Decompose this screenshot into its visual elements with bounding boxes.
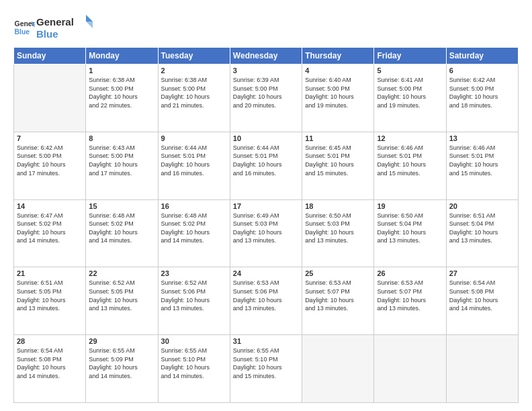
cell-info: Sunrise: 6:52 AMSunset: 5:06 PMDaylight:… <box>161 279 227 312</box>
cell-info: Sunrise: 6:50 AMSunset: 5:04 PMDaylight:… <box>377 212 443 245</box>
calendar-cell: 1Sunrise: 6:38 AMSunset: 5:00 PMDaylight… <box>86 64 158 132</box>
svg-text:General: General <box>36 16 74 28</box>
calendar-cell: 13Sunrise: 6:46 AMSunset: 5:01 PMDayligh… <box>446 132 518 199</box>
cell-info: Sunrise: 6:46 AMSunset: 5:01 PMDaylight:… <box>449 144 515 177</box>
cell-info: Sunrise: 6:48 AMSunset: 5:02 PMDaylight:… <box>161 212 227 245</box>
svg-marker-7 <box>86 21 93 28</box>
calendar-cell: 25Sunrise: 6:53 AMSunset: 5:07 PMDayligh… <box>302 267 374 335</box>
calendar-cell <box>302 335 374 403</box>
calendar-header-row: SundayMondayTuesdayWednesdayThursdayFrid… <box>14 48 519 64</box>
day-number: 23 <box>161 269 227 277</box>
calendar-cell: 24Sunrise: 6:53 AMSunset: 5:06 PMDayligh… <box>230 267 302 335</box>
cell-info: Sunrise: 6:52 AMSunset: 5:05 PMDaylight:… <box>89 279 154 312</box>
header: General Blue General Blue <box>13 11 519 42</box>
calendar-cell: 7Sunrise: 6:42 AMSunset: 5:00 PMDaylight… <box>14 132 86 199</box>
cell-info: Sunrise: 6:40 AMSunset: 5:00 PMDaylight:… <box>305 76 371 109</box>
calendar-cell: 30Sunrise: 6:55 AMSunset: 5:10 PMDayligh… <box>158 335 230 403</box>
day-number: 10 <box>233 134 299 142</box>
calendar-table: SundayMondayTuesdayWednesdayThursdayFrid… <box>13 47 519 403</box>
svg-marker-6 <box>86 15 93 21</box>
day-number: 19 <box>377 202 443 210</box>
logo-full: General Blue <box>36 13 97 42</box>
day-number: 24 <box>233 269 299 277</box>
day-number: 29 <box>89 337 154 345</box>
calendar-cell <box>14 64 86 132</box>
calendar-cell: 26Sunrise: 6:53 AMSunset: 5:07 PMDayligh… <box>374 267 446 335</box>
calendar-cell: 23Sunrise: 6:52 AMSunset: 5:06 PMDayligh… <box>158 267 230 335</box>
calendar-week-row: 1Sunrise: 6:38 AMSunset: 5:00 PMDaylight… <box>14 64 519 132</box>
cell-info: Sunrise: 6:50 AMSunset: 5:03 PMDaylight:… <box>305 212 371 245</box>
calendar-cell: 4Sunrise: 6:40 AMSunset: 5:00 PMDaylight… <box>302 64 374 132</box>
cell-info: Sunrise: 6:53 AMSunset: 5:07 PMDaylight:… <box>377 279 443 312</box>
calendar-cell: 11Sunrise: 6:45 AMSunset: 5:01 PMDayligh… <box>302 132 374 199</box>
calendar-cell: 10Sunrise: 6:44 AMSunset: 5:01 PMDayligh… <box>230 132 302 199</box>
cell-info: Sunrise: 6:44 AMSunset: 5:01 PMDaylight:… <box>233 144 299 177</box>
calendar-cell: 29Sunrise: 6:55 AMSunset: 5:09 PMDayligh… <box>86 335 158 403</box>
calendar-day-header: Monday <box>86 48 158 64</box>
cell-info: Sunrise: 6:48 AMSunset: 5:02 PMDaylight:… <box>89 212 154 245</box>
day-number: 7 <box>17 134 83 142</box>
cell-info: Sunrise: 6:51 AMSunset: 5:05 PMDaylight:… <box>17 279 83 312</box>
cell-info: Sunrise: 6:54 AMSunset: 5:08 PMDaylight:… <box>449 279 515 312</box>
cell-info: Sunrise: 6:49 AMSunset: 5:03 PMDaylight:… <box>233 212 299 245</box>
cell-info: Sunrise: 6:55 AMSunset: 5:10 PMDaylight:… <box>233 347 299 380</box>
svg-text:Blue: Blue <box>15 28 30 36</box>
cell-info: Sunrise: 6:46 AMSunset: 5:01 PMDaylight:… <box>377 144 443 177</box>
svg-text:Blue: Blue <box>36 28 58 40</box>
calendar-cell <box>446 335 518 403</box>
cell-info: Sunrise: 6:41 AMSunset: 5:00 PMDaylight:… <box>377 76 443 109</box>
calendar-week-row: 7Sunrise: 6:42 AMSunset: 5:00 PMDaylight… <box>14 132 519 199</box>
calendar-cell: 28Sunrise: 6:54 AMSunset: 5:08 PMDayligh… <box>14 335 86 403</box>
logo: General Blue General Blue <box>13 13 97 42</box>
cell-info: Sunrise: 6:39 AMSunset: 5:00 PMDaylight:… <box>233 76 299 109</box>
calendar-cell: 19Sunrise: 6:50 AMSunset: 5:04 PMDayligh… <box>374 199 446 267</box>
calendar-day-header: Wednesday <box>230 48 302 64</box>
day-number: 17 <box>233 202 299 210</box>
calendar-week-row: 21Sunrise: 6:51 AMSunset: 5:05 PMDayligh… <box>14 267 519 335</box>
cell-info: Sunrise: 6:44 AMSunset: 5:01 PMDaylight:… <box>161 144 227 177</box>
calendar-cell: 9Sunrise: 6:44 AMSunset: 5:01 PMDaylight… <box>158 132 230 199</box>
calendar-cell: 2Sunrise: 6:38 AMSunset: 5:00 PMDaylight… <box>158 64 230 132</box>
calendar-day-header: Friday <box>374 48 446 64</box>
day-number: 6 <box>449 66 515 75</box>
calendar-day-header: Thursday <box>302 48 374 64</box>
day-number: 12 <box>377 134 443 142</box>
day-number: 20 <box>449 202 515 210</box>
calendar-cell: 31Sunrise: 6:55 AMSunset: 5:10 PMDayligh… <box>230 335 302 403</box>
calendar-cell: 18Sunrise: 6:50 AMSunset: 5:03 PMDayligh… <box>302 199 374 267</box>
cell-info: Sunrise: 6:54 AMSunset: 5:08 PMDaylight:… <box>17 347 83 380</box>
day-number: 11 <box>305 134 371 142</box>
calendar-cell: 12Sunrise: 6:46 AMSunset: 5:01 PMDayligh… <box>374 132 446 199</box>
day-number: 3 <box>233 66 299 75</box>
day-number: 4 <box>305 66 371 75</box>
calendar-cell: 20Sunrise: 6:51 AMSunset: 5:04 PMDayligh… <box>446 199 518 267</box>
calendar-day-header: Sunday <box>14 48 86 64</box>
day-number: 27 <box>449 269 515 277</box>
cell-info: Sunrise: 6:47 AMSunset: 5:02 PMDaylight:… <box>17 212 83 245</box>
cell-info: Sunrise: 6:38 AMSunset: 5:00 PMDaylight:… <box>161 76 227 109</box>
cell-info: Sunrise: 6:53 AMSunset: 5:06 PMDaylight:… <box>233 279 299 312</box>
page: General Blue General Blue SundayM <box>0 0 532 411</box>
calendar-cell: 27Sunrise: 6:54 AMSunset: 5:08 PMDayligh… <box>446 267 518 335</box>
day-number: 26 <box>377 269 443 277</box>
day-number: 1 <box>89 66 154 75</box>
calendar-cell: 15Sunrise: 6:48 AMSunset: 5:02 PMDayligh… <box>86 199 158 267</box>
cell-info: Sunrise: 6:42 AMSunset: 5:00 PMDaylight:… <box>17 144 83 177</box>
cell-info: Sunrise: 6:51 AMSunset: 5:04 PMDaylight:… <box>449 212 515 245</box>
day-number: 16 <box>161 202 227 210</box>
day-number: 18 <box>305 202 371 210</box>
day-number: 25 <box>305 269 371 277</box>
day-number: 2 <box>161 66 227 75</box>
logo-icon: General Blue <box>13 17 35 38</box>
day-number: 15 <box>89 202 154 210</box>
calendar-cell: 5Sunrise: 6:41 AMSunset: 5:00 PMDaylight… <box>374 64 446 132</box>
day-number: 13 <box>449 134 515 142</box>
cell-info: Sunrise: 6:45 AMSunset: 5:01 PMDaylight:… <box>305 144 371 177</box>
day-number: 30 <box>161 337 227 345</box>
calendar-day-header: Saturday <box>446 48 518 64</box>
calendar-cell: 3Sunrise: 6:39 AMSunset: 5:00 PMDaylight… <box>230 64 302 132</box>
day-number: 14 <box>17 202 83 210</box>
cell-info: Sunrise: 6:55 AMSunset: 5:10 PMDaylight:… <box>161 347 227 380</box>
calendar-cell: 8Sunrise: 6:43 AMSunset: 5:00 PMDaylight… <box>86 132 158 199</box>
day-number: 5 <box>377 66 443 75</box>
